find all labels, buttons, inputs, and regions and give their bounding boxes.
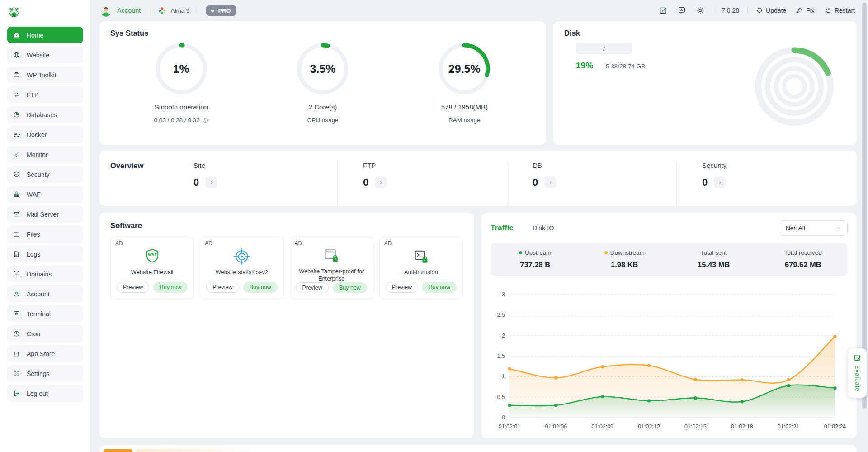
traffic-stats-bar: Upstream737.28 BDownstream1.98 KBTotal s… — [491, 243, 848, 276]
overview-col-ftp: FTP0 — [337, 162, 507, 206]
sidebar-item-label: Domains — [27, 271, 52, 278]
divider — [747, 7, 748, 14]
stat-label: Upstream — [525, 249, 552, 256]
sidebar-item-label: Account — [27, 290, 50, 298]
sidebar-item-databases[interactable]: Databases — [7, 106, 83, 123]
overview-label: FTP — [363, 162, 507, 169]
edit-icon[interactable] — [659, 6, 668, 15]
svg-text:0.5: 0.5 — [497, 394, 505, 400]
sidebar-item-ftp[interactable]: FTP — [7, 86, 83, 103]
topbar-actions: 7.0.28 Update Fix Restart — [649, 6, 855, 15]
svg-text:2.5: 2.5 — [497, 312, 505, 318]
preview-button[interactable]: Preview — [386, 282, 418, 293]
language-icon[interactable] — [677, 6, 686, 15]
sidebar-item-app-store[interactable]: App Store — [7, 345, 83, 362]
net-filter-value: Net: All — [786, 225, 805, 232]
os-info[interactable]: Alma 9 — [157, 6, 189, 15]
overview-goto-button[interactable] — [714, 176, 726, 188]
almalinux-icon — [157, 6, 167, 15]
sidebar-item-settings[interactable]: Settings — [7, 365, 83, 382]
svg-text:1: 1 — [502, 373, 505, 380]
sidebar-item-log-out[interactable]: Log out — [7, 385, 83, 402]
net-filter-dropdown[interactable]: Net: All — [780, 220, 848, 236]
software-name: Anti-intrusion — [404, 269, 438, 282]
overview-columns: Site0FTP0DB0Security0 — [168, 162, 846, 206]
chevron-right-icon — [208, 180, 214, 186]
software-ad-card: ADWebsite Tamper-proof for EnterprisePre… — [290, 237, 373, 299]
preview-button[interactable]: Preview — [296, 282, 328, 293]
sidebar-item-security[interactable]: Security — [7, 166, 83, 183]
disk-mount-point[interactable]: / — [576, 43, 632, 54]
tab-disk-io[interactable]: Disk IO — [533, 224, 554, 232]
status-row: Sys Status 1%Smooth operation0.03 / 0.28… — [99, 21, 857, 145]
os-label: Alma 9 — [170, 7, 189, 14]
databases-icon — [13, 111, 20, 119]
promo-button[interactable] — [103, 449, 133, 452]
gauge-load: 1%Smooth operation0.03 / 0.28 / 0.32 — [110, 42, 252, 124]
sidebar-item-terminal[interactable]: Terminal — [7, 305, 83, 322]
pro-badge[interactable]: PRO — [206, 5, 236, 16]
evaluate-button[interactable]: Evaluate — [848, 348, 867, 398]
restart-button[interactable]: Restart — [825, 7, 855, 14]
svg-text:3: 3 — [502, 291, 505, 298]
software-ad-card: ADWAFWebsite FirewallPreviewBuy now — [110, 237, 194, 299]
traffic-stat-total-sent: Total sent15.43 MB — [669, 249, 759, 269]
overview-goto-button[interactable] — [205, 176, 217, 188]
mail-icon — [13, 210, 20, 218]
sidebar-item-docker[interactable]: Docker — [7, 126, 83, 143]
user-avatar[interactable] — [99, 4, 113, 17]
sidebar-item-monitor[interactable]: Monitor — [7, 146, 83, 163]
account-link[interactable]: Account — [117, 7, 141, 14]
update-button[interactable]: Update — [756, 7, 786, 14]
panel-version: 7.0.28 — [722, 7, 739, 14]
overview-label: Site — [193, 162, 337, 169]
topbar: Account Alma 9 PRO — [99, 0, 857, 21]
bottom-panel — [99, 445, 857, 452]
overview-goto-button[interactable] — [375, 176, 387, 188]
scrollbar-thumb[interactable] — [862, 3, 867, 409]
stat-label: Total sent — [701, 249, 727, 256]
gauge-subcaption: CPU usage — [307, 117, 338, 124]
tab-traffic[interactable]: Traffic — [491, 224, 514, 233]
sidebar-item-account[interactable]: Account — [7, 285, 83, 302]
buy-now-button[interactable]: Buy now — [422, 282, 457, 293]
sidebar-item-cron[interactable]: Cron — [7, 325, 83, 342]
sidebar-item-files[interactable]: Files — [7, 226, 83, 243]
software-title: Software — [110, 221, 463, 230]
sidebar-item-home[interactable]: Home — [7, 27, 83, 43]
theme-sun-icon[interactable] — [696, 6, 705, 15]
overview-goto-button[interactable] — [544, 176, 556, 188]
chevron-right-icon — [547, 180, 553, 186]
preview-button[interactable]: Preview — [206, 282, 239, 293]
overview-label: Security — [702, 162, 846, 169]
stat-value: 1.98 KB — [580, 261, 670, 269]
gauge-percent: 29.5% — [438, 42, 491, 95]
sidebar-item-logs[interactable]: Logs — [7, 246, 83, 262]
software-grid: ADWAFWebsite FirewallPreviewBuy nowADWeb… — [110, 237, 463, 299]
waf-shield-icon: WAF — [143, 247, 161, 266]
aapanel-logo-icon — [7, 5, 21, 19]
sidebar-item-wp-toolkit[interactable]: WP Toolkit — [7, 67, 83, 83]
buy-now-button[interactable]: Buy now — [333, 282, 367, 293]
fix-button[interactable]: Fix — [796, 7, 815, 14]
disk-usage-detail: 5.38/28.74 GB — [606, 63, 645, 70]
sidebar-item-label: Website — [27, 52, 49, 59]
gauge-percent: 1% — [155, 42, 208, 95]
heart-icon — [210, 8, 216, 14]
buy-now-button[interactable]: Buy now — [153, 282, 188, 293]
evaluate-label: Evaluate — [854, 365, 861, 392]
sidebar-item-domains[interactable]: Domains — [7, 266, 83, 282]
sidebar-menu: HomeWebsiteWP ToolkitFTPDatabasesDockerM… — [0, 27, 90, 402]
sidebar-item-label: Databases — [27, 111, 57, 119]
sidebar-item-label: Terminal — [27, 310, 51, 318]
preview-button[interactable]: Preview — [117, 282, 149, 293]
buy-now-button[interactable]: Buy now — [243, 282, 278, 293]
sidebar-item-website[interactable]: Website — [7, 47, 83, 63]
overview-title: Overview — [110, 162, 168, 206]
sidebar-item-mail-server[interactable]: Mail Server — [7, 206, 83, 223]
monitor-icon — [13, 151, 20, 158]
sidebar-item-waf[interactable]: WAF — [7, 186, 83, 203]
traffic-stat-total-received: Total received679.62 MB — [759, 249, 848, 269]
security-icon — [13, 171, 20, 178]
sidebar-item-label: Home — [27, 32, 43, 39]
